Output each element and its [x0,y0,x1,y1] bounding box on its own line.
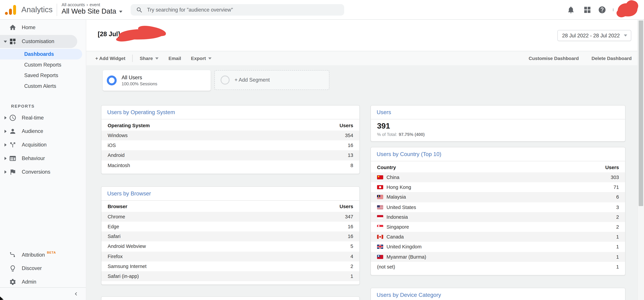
chevron-down-icon [4,40,7,42]
chevron-right-icon [4,130,6,133]
indonesia-flag-icon [377,215,383,219]
sidebar-item-conversions[interactable]: Conversions [0,165,86,179]
chevron-down-icon [155,57,159,59]
export-button[interactable]: Export [191,56,212,61]
app-name: Analytics [21,5,52,14]
sidebar-item-label: Custom Alerts [24,83,56,89]
breadcrumb: All accounts › event [62,2,122,7]
sidebar-item-custom-reports[interactable]: Custom Reports [0,59,86,70]
users-percent-of-total: % of Total: 97.75% (400) [371,131,625,141]
table-row: iOS16 [102,140,360,150]
sidebar-item-audience[interactable]: Audience [0,124,86,138]
sidebar-item-acquisition[interactable]: Acquisition [0,138,86,152]
table-row: Singapore2 [371,222,625,232]
chevron-down-icon [624,34,627,36]
widget-users-by-os: Users by Operating System Operating Syst… [101,105,360,174]
widget-title-link[interactable]: Users by Device Category [371,288,625,300]
search-bar[interactable] [131,4,344,15]
widget-title-link[interactable]: Users by Operating System [102,105,360,119]
analytics-home-link[interactable]: Analytics [5,0,52,20]
singapore-flag-icon [377,225,383,229]
china-flag-icon [377,175,383,179]
sidebar-item-dashboards[interactable]: Dashboards [0,49,82,59]
attribution-route-icon [9,251,16,259]
dashboard-title-band: [28 Jul] 28 Jul 2022 - 28 Jul 2022 [86,20,644,51]
sidebar-item-attribution[interactable]: Attribution BETA [0,248,86,262]
table-row: Canada1 [371,232,625,242]
more-vert-icon[interactable] [612,6,615,14]
table-row: (not set)1 [371,262,625,272]
sidebar-item-discover[interactable]: Discover [0,262,86,275]
table-row: United Kingdom1 [371,242,625,252]
sidebar-item-customisation[interactable]: Customisation [0,35,77,48]
apps-grid-icon[interactable] [583,6,592,14]
home-icon [9,24,16,31]
mouse-cursor [0,295,5,300]
canada-flag-icon [377,235,383,239]
add-segment-button[interactable]: + Add Segment [214,70,330,90]
united-states-flag-icon [377,205,383,209]
table-row: Firefox4 [102,251,360,261]
gear-icon [9,278,16,286]
customise-dashboard-button[interactable]: Customise Dashboard [528,56,579,61]
users-total-value: 391 [371,119,625,131]
email-button[interactable]: Email [168,56,181,61]
add-widget-button[interactable]: + Add Widget [95,56,125,61]
widget-title-link[interactable]: Users by Mobile Device Branding (Top 10) [102,297,360,300]
sidebar-item-behaviour[interactable]: Behaviour [0,152,86,165]
date-range-selector[interactable]: 28 Jul 2022 - 28 Jul 2022 [557,30,631,41]
breadcrumb-separator: › [86,2,88,7]
property-switcher[interactable]: All accounts › event All Web Site Data [62,2,122,15]
ga-dashboard-page: Analytics All accounts › event All Web S… [0,0,644,300]
table-row: Samsung Internet2 [102,261,360,271]
sidebar-item-label: Audience [22,128,43,134]
dashboard-toolbar: + Add Widget Share Email Export Customis… [86,51,644,65]
page-title: [28 Jul] [98,30,165,38]
chevron-down-icon [119,10,122,12]
share-button[interactable]: Share [140,56,159,61]
table-row: Hong Kong71 [371,182,625,192]
notifications-bell-icon[interactable] [567,6,575,14]
table-header: Operating SystemUsers [102,120,360,131]
table-row: Macintosh8 [102,160,360,170]
flag-icon [9,168,16,175]
dashboard-title-text: [28 Jul] [98,30,120,38]
widget-title-link[interactable]: Users by Country (Top 10) [371,147,625,161]
sidebar-item-realtime[interactable]: Real-time [0,111,86,124]
segments-row: All Users 100.00% Sessions + Add Segment [103,70,644,91]
beta-badge: BETA [47,251,56,255]
header-divider [57,4,57,16]
table-row: Android Webview5 [102,242,360,251]
sidebar-item-admin[interactable]: Admin [0,275,86,289]
table-row: Indonesia2 [371,212,625,222]
widget-title-link[interactable]: Users [371,105,625,119]
chevron-right-icon [4,170,6,173]
search-input[interactable] [147,7,328,13]
sidebar-item-home[interactable]: Home [0,21,86,34]
table-row: Android13 [102,150,360,160]
redacted-user-avatar[interactable] [618,3,638,16]
segment-all-users[interactable]: All Users 100.00% Sessions [103,70,211,91]
collapse-sidebar-icon[interactable] [72,291,79,297]
table-row: Chrome347 [102,212,360,222]
sidebar-item-saved-reports[interactable]: Saved Reports [0,70,86,81]
property-name: All Web Site Data [62,7,116,15]
behaviour-icon [9,155,16,162]
page-scrollbar[interactable] [638,20,644,300]
sidebar-nav: Home Customisation Dashboards Custom Rep… [0,20,86,300]
scrollbar-thumb[interactable] [639,20,643,206]
table-header: CountryUsers [371,162,625,172]
sidebar-item-label: Home [22,25,36,30]
search-icon [136,6,143,13]
delete-dashboard-button[interactable]: Delete Dashboard [592,56,632,61]
help-icon[interactable] [598,6,606,14]
table-row: Safari16 [102,232,360,242]
table-row: Windows354 [102,131,360,140]
date-range-value: 28 Jul 2022 - 28 Jul 2022 [562,33,620,38]
widget-title-link[interactable]: Users by Browser [102,187,360,201]
acquisition-icon [9,141,16,148]
sidebar-item-label: Saved Reports [24,73,58,78]
malaysia-flag-icon [377,195,383,199]
sidebar-item-custom-alerts[interactable]: Custom Alerts [0,81,86,91]
table-row: Malaysia6 [371,192,625,202]
